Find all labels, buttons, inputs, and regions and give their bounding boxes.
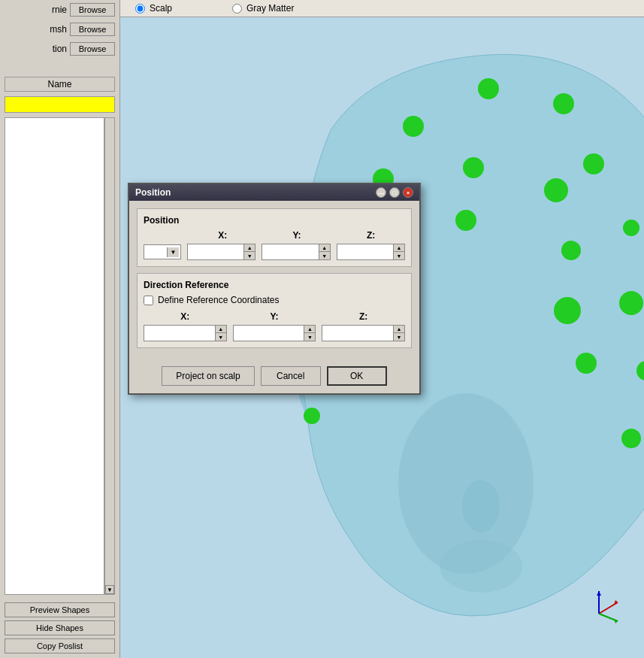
- close-button[interactable]: ×: [403, 187, 413, 198]
- name-column-header: Name: [5, 77, 115, 92]
- svg-point-15: [561, 241, 581, 260]
- z-arrows: ▲ ▼: [393, 244, 404, 259]
- position-dialog[interactable]: Position — □ ×: [128, 183, 421, 395]
- define-ref-coords-checkbox[interactable]: [144, 296, 153, 305]
- sidebar-label-1: rnie: [5, 5, 67, 15]
- dialog-footer: Project on scalp Cancel OK: [129, 363, 419, 393]
- z-up-arrow[interactable]: ▲: [394, 244, 404, 252]
- svg-point-3: [440, 540, 522, 593]
- svg-point-2: [462, 480, 500, 532]
- svg-point-17: [619, 291, 643, 315]
- sidebar-row-3: tion Browse: [0, 39, 119, 59]
- svg-point-12: [455, 210, 476, 231]
- copy-poslist-button[interactable]: Copy Poslist: [5, 638, 115, 653]
- x-up-arrow[interactable]: ▲: [244, 244, 255, 252]
- y-arrows: ▲ ▼: [319, 244, 330, 259]
- viewport-top-bar: Scalp Gray Matter: [120, 0, 644, 17]
- sidebar-scrollbar: ▼: [104, 117, 115, 595]
- dir-y-input[interactable]: 0.00: [234, 326, 304, 340]
- z-spinbox[interactable]: 0.00 ▲ ▼: [337, 244, 405, 260]
- x-down-arrow[interactable]: ▼: [244, 252, 255, 259]
- browse-button-1[interactable]: Browse: [70, 3, 115, 17]
- position-dropdown[interactable]: ▼: [144, 244, 181, 259]
- dir-x-spinbox[interactable]: 0.00 ▲ ▼: [144, 325, 227, 341]
- dir-y-down-arrow[interactable]: ▼: [304, 333, 315, 341]
- dir-z-down-arrow[interactable]: ▼: [394, 333, 404, 341]
- sidebar-label-2: msh: [5, 24, 67, 35]
- y-input[interactable]: 0.00: [262, 245, 318, 259]
- svg-point-4: [478, 78, 499, 99]
- z-column-label: Z:: [337, 230, 405, 241]
- direction-section: Direction Reference Define Reference Coo…: [137, 273, 412, 348]
- gray-matter-radio-group: Gray Matter: [232, 3, 294, 14]
- define-ref-coords-label: Define Reference Coordinates: [158, 295, 279, 305]
- sidebar-row-2: msh Browse: [0, 20, 119, 39]
- gray-matter-radio-label: Gray Matter: [246, 3, 294, 14]
- position-xyz-row: ▼ 0.00 ▲ ▼: [144, 244, 405, 260]
- dir-y-spinbox[interactable]: 0.00 ▲ ▼: [233, 325, 316, 341]
- x-spinbox[interactable]: 0.00 ▲ ▼: [187, 244, 255, 260]
- 3d-head-canvas: Position — □ ×: [120, 17, 644, 651]
- svg-point-10: [544, 178, 568, 202]
- x-arrows: ▲ ▼: [243, 244, 255, 259]
- dir-x-label: X:: [144, 311, 227, 322]
- browse-button-2[interactable]: Browse: [70, 23, 115, 36]
- scalp-radio-group: Scalp: [135, 3, 172, 14]
- svg-point-13: [623, 220, 639, 236]
- titlebar-buttons: — □ ×: [376, 187, 413, 198]
- z-input[interactable]: 0.00: [337, 245, 393, 259]
- dir-y-label: Y:: [233, 311, 316, 322]
- spacer: [0, 59, 119, 74]
- y-spinbox[interactable]: 0.00 ▲ ▼: [262, 244, 330, 260]
- z-down-arrow[interactable]: ▼: [394, 252, 404, 259]
- hide-shapes-button[interactable]: Hide Shapes: [5, 620, 115, 635]
- scalp-radio-label: Scalp: [150, 3, 172, 14]
- sidebar-label-3: tion: [5, 44, 67, 54]
- name-value-cell: [5, 96, 115, 113]
- svg-point-5: [403, 116, 424, 137]
- ok-button[interactable]: OK: [327, 366, 387, 386]
- dir-z-input[interactable]: 0.00: [322, 326, 393, 340]
- y-up-arrow[interactable]: ▲: [319, 244, 330, 252]
- svg-point-8: [583, 153, 604, 174]
- svg-point-7: [463, 157, 484, 178]
- browse-button-3[interactable]: Browse: [70, 42, 115, 56]
- svg-point-21: [576, 353, 597, 374]
- position-section-title: Position: [144, 215, 405, 226]
- dialog-content: Position X: Y: Z:: [129, 201, 419, 363]
- x-input[interactable]: 0.00: [188, 245, 243, 259]
- dir-z-spinbox[interactable]: 0.00 ▲ ▼: [322, 325, 405, 341]
- dir-x-down-arrow[interactable]: ▼: [216, 333, 226, 341]
- define-ref-coords-row: Define Reference Coordinates: [144, 295, 405, 305]
- 3d-viewport: Scalp Gray Matter: [120, 0, 644, 658]
- sidebar-bottom-buttons: Preview Shapes Hide Shapes Copy Poslist: [0, 598, 119, 658]
- svg-marker-31: [614, 619, 618, 623]
- sidebar-list-container: ▼: [5, 117, 115, 595]
- project-on-scalp-button[interactable]: Project on scalp: [162, 366, 254, 386]
- dir-y-arrows: ▲ ▼: [304, 326, 315, 341]
- dir-z-arrows: ▲ ▼: [393, 326, 404, 341]
- direction-xyz-row: 0.00 ▲ ▼ 0.00 ▲: [144, 325, 405, 341]
- dialog-title: Position: [135, 187, 171, 198]
- maximize-button[interactable]: □: [389, 187, 400, 198]
- dir-z-up-arrow[interactable]: ▲: [394, 326, 404, 333]
- direction-section-title: Direction Reference: [144, 280, 405, 290]
- gray-matter-radio[interactable]: [232, 4, 242, 14]
- svg-point-6: [553, 93, 574, 114]
- dir-y-up-arrow[interactable]: ▲: [304, 326, 315, 333]
- dir-x-up-arrow[interactable]: ▲: [216, 326, 226, 333]
- position-dropdown-arrow[interactable]: ▼: [167, 247, 179, 257]
- dialog-titlebar: Position — □ ×: [129, 184, 419, 201]
- minimize-button[interactable]: —: [376, 187, 386, 198]
- cancel-button[interactable]: Cancel: [261, 366, 321, 386]
- y-down-arrow[interactable]: ▼: [319, 252, 330, 259]
- position-dropdown-input[interactable]: [144, 245, 167, 259]
- scroll-down-arrow[interactable]: ▼: [105, 585, 114, 594]
- scalp-radio[interactable]: [135, 4, 145, 14]
- preview-shapes-button[interactable]: Preview Shapes: [5, 602, 115, 617]
- sidebar: rnie Browse msh Browse tion Browse Name …: [0, 0, 120, 658]
- x-column-label: X:: [189, 230, 257, 241]
- sidebar-list[interactable]: [5, 117, 104, 595]
- dir-x-arrows: ▲ ▼: [215, 326, 226, 341]
- dir-x-input[interactable]: 0.00: [144, 326, 215, 340]
